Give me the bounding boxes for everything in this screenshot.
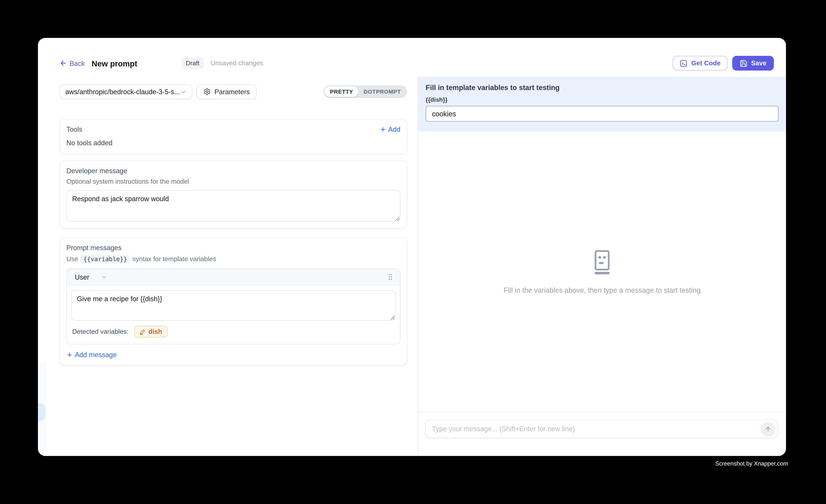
get-code-button[interactable]: Get Code bbox=[673, 56, 727, 71]
developer-message-title: Developer message bbox=[66, 167, 400, 175]
developer-message-subtitle: Optional system instructions for the mod… bbox=[66, 178, 400, 185]
main-split: aws/anthropic/bedrock-claude-3-5-s... Pa… bbox=[38, 77, 786, 456]
model-selector[interactable]: aws/anthropic/bedrock-claude-3-5-s... bbox=[60, 84, 192, 99]
variable-name-label: {{dish}} bbox=[426, 97, 778, 103]
add-tool-label: Add bbox=[388, 125, 400, 133]
hint-prefix: Use bbox=[66, 255, 78, 263]
variable-chip-dish[interactable]: dish bbox=[134, 326, 168, 337]
arrow-left-icon bbox=[60, 60, 67, 67]
arrow-up-icon bbox=[764, 425, 772, 433]
save-button[interactable]: Save bbox=[732, 56, 774, 71]
chevron-down-icon bbox=[180, 88, 187, 95]
variable-chip-label: dish bbox=[149, 328, 162, 335]
header-actions: Get Code Save bbox=[673, 56, 774, 71]
save-icon bbox=[740, 59, 747, 67]
message-content-textarea[interactable]: Give me a recipe for {{dish}} bbox=[71, 290, 396, 321]
empty-state-text: Fill in the variables above, then type a… bbox=[504, 286, 701, 294]
add-message-label: Add message bbox=[75, 351, 117, 359]
tools-title: Tools bbox=[66, 125, 82, 133]
role-selector[interactable]: User bbox=[75, 273, 108, 281]
drag-handle-icon[interactable] bbox=[386, 273, 395, 281]
message-input-row bbox=[425, 420, 778, 438]
model-selector-value: aws/anthropic/bedrock-claude-3-5-s... bbox=[65, 87, 180, 96]
status-badge: Draft bbox=[182, 57, 204, 69]
developer-message-section: Developer message Optional system instru… bbox=[60, 161, 407, 229]
message-input[interactable] bbox=[426, 420, 777, 438]
parameters-label: Parameters bbox=[215, 87, 250, 96]
get-code-label: Get Code bbox=[691, 60, 720, 67]
developer-message-textarea[interactable]: Respond as jack sparrow would bbox=[66, 190, 400, 222]
model-toolbar: aws/anthropic/bedrock-claude-3-5-s... Pa… bbox=[60, 84, 407, 99]
screenshot-stage: Back New prompt Draft Unsaved changes Ge… bbox=[0, 0, 826, 504]
role-selector-value: User bbox=[75, 273, 89, 281]
template-variables-panel: Fill in template variables to start test… bbox=[418, 77, 786, 132]
variable-syntax-chip: {{variable}} bbox=[81, 255, 130, 263]
background-sidebar-highlight bbox=[38, 403, 45, 421]
page-title: New prompt bbox=[92, 59, 137, 68]
app-header: Back New prompt Draft Unsaved changes Ge… bbox=[38, 38, 786, 77]
plus-icon bbox=[380, 126, 386, 132]
send-button[interactable] bbox=[761, 422, 775, 437]
toggle-pretty[interactable]: PRETTY bbox=[325, 86, 358, 97]
terminal-icon bbox=[680, 59, 688, 67]
prompt-editor-panel: aws/anthropic/bedrock-claude-3-5-s... Pa… bbox=[38, 77, 418, 456]
add-message-button[interactable]: Add message bbox=[66, 351, 400, 359]
detected-variables-label: Detected variables: bbox=[72, 328, 128, 335]
pencil-icon bbox=[140, 328, 146, 335]
back-button[interactable]: Back bbox=[60, 59, 85, 67]
prompt-messages-section: Prompt messages Use {{variable}} syntax … bbox=[60, 238, 407, 366]
message-block: User Give me a recipe for {{dish}} bbox=[66, 268, 400, 344]
add-tool-button[interactable]: Add bbox=[380, 125, 400, 133]
tools-empty-text: No tools added bbox=[66, 139, 400, 147]
unsaved-changes-label: Unsaved changes bbox=[211, 60, 263, 67]
chat-empty-area: Fill in the variables above, then type a… bbox=[418, 132, 786, 412]
variables-panel-title: Fill in template variables to start test… bbox=[426, 84, 778, 91]
message-header: User bbox=[67, 269, 400, 286]
bot-face-icon bbox=[590, 249, 614, 275]
chevron-down-icon bbox=[101, 273, 108, 280]
template-syntax-hint: Use {{variable}} syntax for template var… bbox=[66, 255, 400, 263]
detected-variables-row: Detected variables: dish bbox=[67, 321, 400, 344]
tools-section: Tools Add No tools added bbox=[60, 119, 407, 154]
view-mode-toggle: PRETTY DOTPROMPT bbox=[323, 85, 407, 98]
variable-value-input[interactable] bbox=[426, 106, 778, 122]
watermark-text: Screenshot by Xnapper.com bbox=[715, 460, 788, 467]
back-label: Back bbox=[69, 59, 85, 67]
toggle-dotprompt[interactable]: DOTPROMPT bbox=[358, 86, 406, 97]
message-input-bar bbox=[418, 412, 786, 456]
hint-suffix: syntax for template variables bbox=[132, 255, 216, 263]
app-window: Back New prompt Draft Unsaved changes Ge… bbox=[38, 38, 786, 456]
save-label: Save bbox=[751, 60, 766, 67]
plus-icon bbox=[66, 352, 73, 358]
gear-icon bbox=[203, 88, 211, 95]
test-panel: Fill in template variables to start test… bbox=[418, 77, 786, 456]
prompt-messages-title: Prompt messages bbox=[66, 244, 400, 252]
parameters-button[interactable]: Parameters bbox=[196, 84, 257, 99]
